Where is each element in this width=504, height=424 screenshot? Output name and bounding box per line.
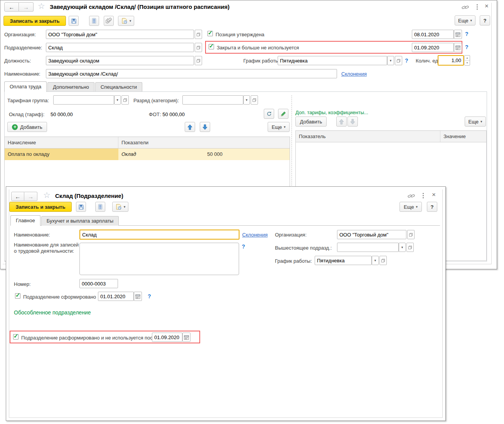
help-button[interactable]: ? — [427, 202, 437, 212]
accruals-add-button[interactable]: + Добавить — [7, 122, 47, 132]
row-indicator-cell[interactable]: Оклад — [118, 149, 181, 160]
close-icon[interactable]: × — [485, 3, 489, 9]
qty-spinner[interactable]: ▲▼ — [464, 55, 470, 66]
schedule-combo[interactable] — [278, 56, 387, 65]
formed-date-input[interactable] — [98, 292, 134, 301]
post-input[interactable] — [46, 56, 194, 65]
row-accrual-cell[interactable]: Оплата по окладу — [5, 149, 118, 160]
history-button[interactable]: ▾ — [112, 202, 128, 212]
number-input[interactable] — [79, 279, 118, 288]
dept-input[interactable] — [46, 43, 194, 52]
more-dots-icon[interactable] — [422, 193, 424, 199]
formed-help[interactable]: ? — [148, 293, 151, 299]
col-value[interactable]: Значение — [440, 131, 486, 142]
post-open-button[interactable] — [195, 56, 202, 65]
link-icon[interactable] — [408, 193, 415, 199]
save-button[interactable] — [69, 16, 79, 26]
labor-name-help[interactable]: ? — [242, 243, 245, 250]
formed-calendar-button[interactable] — [134, 292, 142, 301]
declension-link[interactable]: Склонения — [242, 232, 268, 238]
more-button[interactable]: Еще▾ — [399, 202, 422, 212]
schedule-open-button[interactable] — [395, 56, 402, 65]
schedule-combo[interactable] — [315, 256, 372, 265]
tab-accounting[interactable]: Бухучет и выплата зарплаты — [41, 216, 119, 226]
schedule-dropdown-button[interactable]: ▾ — [387, 56, 394, 65]
extras-add-button[interactable]: Добавить — [295, 117, 327, 127]
org-input[interactable] — [46, 30, 194, 39]
tariff-group-combo[interactable] — [53, 95, 114, 105]
col-accrual[interactable]: Начисление — [5, 137, 118, 148]
separate-division-link[interactable]: Обособленное подразделение — [14, 309, 91, 316]
close-icon[interactable]: × — [432, 192, 436, 198]
approved-checkbox[interactable]: ✓ — [207, 31, 213, 36]
more-dots-icon[interactable] — [476, 4, 478, 10]
tariff-open-button[interactable] — [121, 95, 129, 105]
disbanded-date-input[interactable] — [152, 333, 182, 342]
list-button[interactable] — [89, 16, 99, 26]
closed-date-input[interactable] — [412, 43, 454, 52]
attachment-button[interactable] — [104, 16, 114, 26]
schedule-help[interactable]: ? — [405, 57, 408, 64]
col-indicator[interactable]: Показатель — [296, 131, 440, 142]
parent-open-button[interactable] — [406, 243, 414, 252]
closed-checkbox[interactable]: ✓ — [209, 44, 214, 49]
org-open-button[interactable] — [407, 230, 415, 239]
edit-button[interactable] — [278, 109, 288, 119]
closed-help[interactable]: ? — [465, 44, 469, 50]
tab-additional[interactable]: Дополнительно — [47, 82, 94, 92]
save-button[interactable] — [76, 202, 86, 212]
org-input[interactable] — [337, 230, 406, 239]
forward-button[interactable]: → — [19, 2, 34, 12]
link-icon[interactable] — [462, 5, 469, 10]
row-empty-cell[interactable] — [226, 149, 290, 160]
back-button[interactable]: ← — [4, 2, 19, 12]
parent-dept-combo[interactable] — [337, 243, 399, 252]
help-button[interactable]: ? — [480, 15, 490, 25]
accruals-move-up-button[interactable] — [185, 122, 195, 132]
approved-help[interactable]: ? — [465, 31, 469, 37]
spin-up-icon[interactable]: ▲ — [465, 56, 470, 61]
tab-main[interactable]: Главное — [10, 215, 40, 226]
back-button[interactable]: ← — [11, 192, 24, 201]
tab-specialties[interactable]: Специальности — [95, 82, 142, 92]
name-input[interactable] — [80, 230, 239, 239]
tariff-dropdown-button[interactable]: ▾ — [114, 95, 121, 105]
refresh-button[interactable] — [264, 109, 274, 119]
parent-dropdown-button[interactable]: ▾ — [399, 243, 406, 252]
favorite-star-icon[interactable]: ☆ — [38, 2, 45, 10]
formed-checkbox[interactable]: ✓ — [15, 293, 20, 299]
extras-move-up-button[interactable] — [336, 117, 347, 127]
declension-link[interactable]: Склонения — [341, 71, 367, 77]
approved-date-input[interactable] — [412, 30, 454, 39]
row-value-cell[interactable]: 50 000 — [181, 149, 226, 160]
extras-more-button[interactable]: Еще▾ — [465, 117, 486, 127]
disbanded-checkbox[interactable]: ✓ — [13, 334, 19, 340]
disbanded-calendar-button[interactable] — [182, 333, 190, 342]
schedule-dropdown-button[interactable]: ▾ — [372, 256, 379, 265]
table-row[interactable]: Оплата по окладу Оклад 50 000 — [5, 149, 290, 160]
approved-calendar-button[interactable] — [454, 30, 462, 39]
forward-button[interactable]: → — [24, 192, 37, 201]
grade-dropdown-button[interactable]: ▾ — [243, 95, 250, 105]
labor-name-textarea[interactable] — [79, 243, 239, 275]
favorite-star-icon[interactable]: ☆ — [43, 191, 51, 199]
accruals-move-down-button[interactable] — [200, 122, 210, 132]
qty-input[interactable] — [438, 56, 463, 65]
tab-pay[interactable]: Оплата труда — [4, 81, 47, 92]
spin-down-icon[interactable]: ▼ — [465, 61, 470, 65]
dept-open-button[interactable] — [195, 43, 202, 52]
col-indicators[interactable]: Показатели — [118, 137, 290, 148]
history-button[interactable]: ▾ — [118, 16, 134, 26]
schedule-open-button[interactable] — [379, 256, 387, 265]
more-button[interactable]: Еще▾ — [455, 15, 475, 25]
extra-tariffs-link[interactable]: Доп. тарифы, коэффициенты... — [295, 110, 368, 115]
org-open-button[interactable] — [195, 30, 202, 39]
save-and-close-button[interactable]: Записать и закрыть — [3, 16, 66, 26]
save-and-close-button[interactable]: Записать и закрыть — [9, 202, 72, 212]
grade-combo[interactable] — [182, 95, 243, 105]
list-button[interactable] — [95, 202, 105, 212]
closed-calendar-button[interactable] — [454, 43, 462, 52]
accruals-more-button[interactable]: Еще▾ — [268, 122, 290, 132]
name-input[interactable] — [46, 69, 337, 78]
grade-open-button[interactable] — [251, 95, 258, 105]
